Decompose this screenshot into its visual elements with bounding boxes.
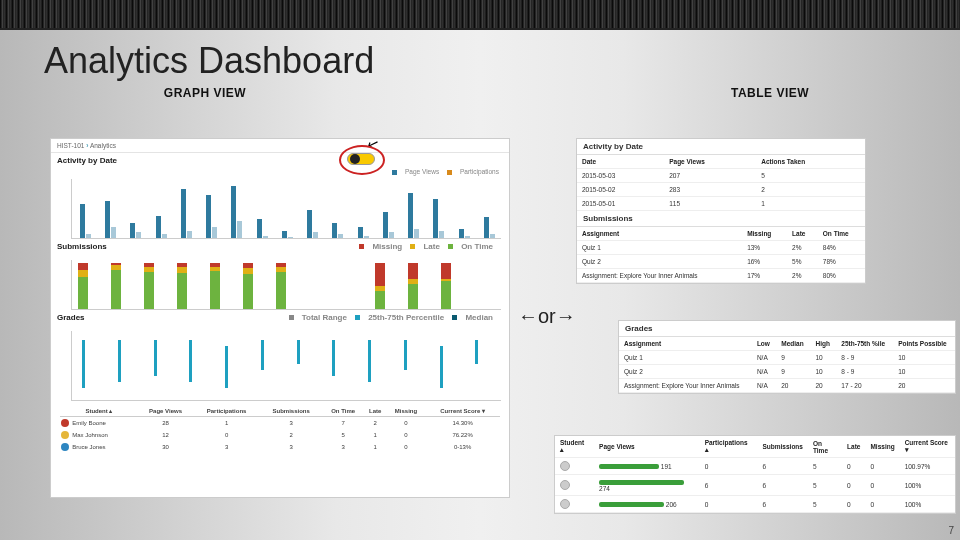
students-card: Student ▴Page ViewsParticipations ▴Submi… xyxy=(554,435,956,514)
activity-legend: Page Views Participations xyxy=(51,168,509,175)
view-toggle-wrap xyxy=(347,153,375,165)
table-row[interactable]: Quiz 1N/A9108 - 910 xyxy=(619,351,955,365)
legend-missing: Missing xyxy=(372,242,402,251)
grades-table: AssignmentLowMedianHigh25th-75th %ilePoi… xyxy=(619,337,955,393)
view-labels: GRAPH VIEW TABLE VIEW xyxy=(0,86,960,100)
legend-percentile: 25th-75th Percentile xyxy=(368,313,444,322)
table-row[interactable]: 2015-05-011151 xyxy=(577,197,865,211)
submissions-table: AssignmentMissingLateOn TimeQuiz 113%2%8… xyxy=(577,227,865,283)
avatar xyxy=(560,499,570,509)
legend-ontime: On Time xyxy=(461,242,493,251)
activity-card-title: Activity by Date xyxy=(577,139,865,155)
table-row[interactable]: 27466500100% xyxy=(555,475,955,496)
header-band xyxy=(0,0,960,30)
legend-pageviews: Page Views xyxy=(405,168,439,175)
table-row[interactable]: Quiz 2N/A9108 - 910 xyxy=(619,365,955,379)
legend-late: Late xyxy=(423,242,439,251)
grades-card: Grades AssignmentLowMedianHigh25th-75th … xyxy=(618,320,956,394)
table-row[interactable]: 20606500100% xyxy=(555,496,955,513)
activity-table: DatePage ViewsActions Taken2015-05-03207… xyxy=(577,155,865,211)
table-row[interactable]: 2015-05-032075 xyxy=(577,169,865,183)
table-row[interactable]: 19106500100.97% xyxy=(555,458,955,475)
or-separator: ←or→ xyxy=(518,305,576,328)
table-row[interactable]: Bruce Jones30333100-13% xyxy=(60,441,500,453)
grades-legend: Total Range 25th-75th Percentile Median xyxy=(283,313,503,322)
grades-title: Grades xyxy=(57,313,85,322)
table-row[interactable]: Assignment: Explore Your Inner Animals17… xyxy=(577,269,865,283)
grades-card-title: Grades xyxy=(619,321,955,337)
submissions-header: Submissions Missing Late On Time xyxy=(51,239,509,254)
page-title: Analytics Dashboard xyxy=(0,30,960,86)
breadcrumb-course[interactable]: HIST-101 xyxy=(57,142,84,149)
table-row[interactable]: 2015-05-022832 xyxy=(577,183,865,197)
table-row[interactable]: Assignment: Explore Your Inner AnimalsN/… xyxy=(619,379,955,393)
legend-range: Total Range xyxy=(302,313,347,322)
submissions-legend: Missing Late On Time xyxy=(353,242,503,251)
activity-chart xyxy=(71,179,501,239)
breadcrumb[interactable]: HIST-101 › Analytics xyxy=(51,139,509,153)
table-row[interactable]: Emily Boone281372014.30% xyxy=(60,417,500,430)
students-table-graph: Student ▴Page ViewsParticipationsSubmiss… xyxy=(60,405,500,453)
graph-view-panel: HIST-101 › Analytics ↙ Activity by Date … xyxy=(50,138,510,498)
graph-view-label: GRAPH VIEW xyxy=(90,86,320,100)
submissions-chart xyxy=(71,260,501,310)
avatar xyxy=(560,461,570,471)
page-number: 7 xyxy=(948,525,954,536)
table-row[interactable]: Quiz 216%5%78% xyxy=(577,255,865,269)
table-row[interactable]: Quiz 113%2%84% xyxy=(577,241,865,255)
legend-median: Median xyxy=(465,313,493,322)
activity-card: Activity by Date DatePage ViewsActions T… xyxy=(576,138,866,284)
avatar xyxy=(560,480,570,490)
table-view-label: TABLE VIEW xyxy=(670,86,870,100)
table-row[interactable]: Max Johnson120251076.22% xyxy=(60,429,500,441)
submissions-title: Submissions xyxy=(57,242,107,251)
view-toggle[interactable] xyxy=(347,153,375,165)
submissions-card-title: Submissions xyxy=(577,211,865,227)
students-table: Student ▴Page ViewsParticipations ▴Submi… xyxy=(555,436,955,513)
breadcrumb-page: Analytics xyxy=(90,142,116,149)
activity-title: Activity by Date xyxy=(57,156,117,165)
legend-participations: Participations xyxy=(460,168,499,175)
activity-header: Activity by Date xyxy=(51,153,509,168)
grades-header: Grades Total Range 25th-75th Percentile … xyxy=(51,310,509,325)
grades-chart xyxy=(71,331,501,401)
